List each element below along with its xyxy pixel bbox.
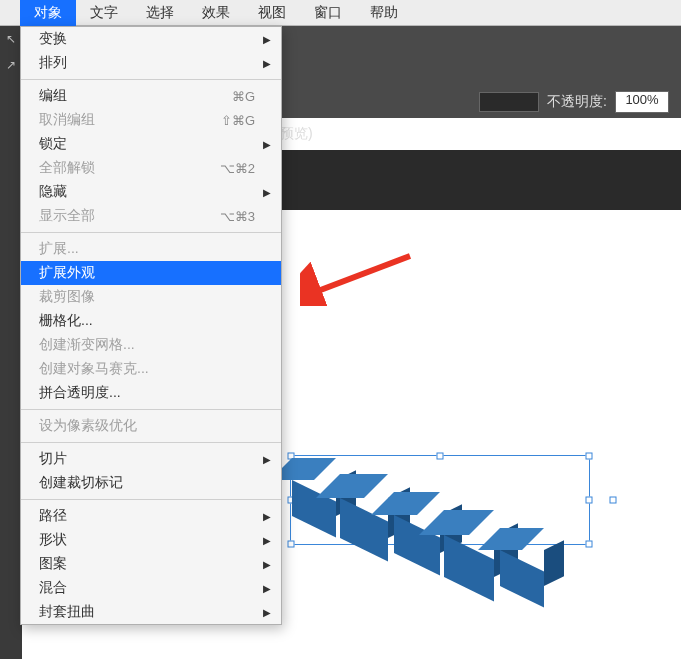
style-dropdown[interactable] — [479, 92, 539, 112]
annotation-arrow — [300, 246, 420, 306]
preview-tab-label: 预览) — [280, 118, 313, 150]
left-toolbox: ↖ ↗ — [0, 26, 22, 659]
menu-item-label: 取消编组 — [39, 111, 95, 129]
menu-item-label: 封套扭曲 — [39, 603, 95, 621]
menu-item[interactable]: 隐藏▶ — [21, 180, 281, 204]
tool-icon[interactable]: ↗ — [0, 52, 22, 78]
menu-separator — [21, 409, 281, 410]
menu-item[interactable]: 图案▶ — [21, 552, 281, 576]
menu-item-label: 路径 — [39, 507, 67, 525]
menu-item-label: 排列 — [39, 54, 67, 72]
chevron-right-icon: ▶ — [263, 58, 271, 69]
menu-item[interactable]: 扩展外观 — [21, 261, 281, 285]
menu-item: 取消编组⇧⌘G — [21, 108, 281, 132]
menu-item[interactable]: 编组⌘G — [21, 84, 281, 108]
menu-item[interactable]: 排列▶ — [21, 51, 281, 75]
menu-separator — [21, 79, 281, 80]
chevron-right-icon: ▶ — [263, 139, 271, 150]
menu-item[interactable]: 锁定▶ — [21, 132, 281, 156]
menu-item[interactable]: 切片▶ — [21, 447, 281, 471]
menu-item: 扩展... — [21, 237, 281, 261]
opacity-field[interactable]: 100% — [615, 91, 669, 113]
menu-shortcut: ⌘G — [232, 89, 255, 104]
chevron-right-icon: ▶ — [263, 34, 271, 45]
menu-item: 显示全部⌥⌘3 — [21, 204, 281, 228]
chevron-right-icon: ▶ — [263, 454, 271, 465]
menu-item-label: 栅格化... — [39, 312, 93, 330]
menu-item-label: 设为像素级优化 — [39, 417, 137, 435]
menu-item[interactable]: 拼合透明度... — [21, 381, 281, 405]
menubar-item-1[interactable]: 文字 — [76, 0, 132, 26]
menu-shortcut: ⌥⌘3 — [220, 209, 255, 224]
menu-separator — [21, 499, 281, 500]
menu-item-label: 编组 — [39, 87, 67, 105]
menu-separator — [21, 442, 281, 443]
menu-shortcut: ⇧⌘G — [221, 113, 255, 128]
menubar-item-4[interactable]: 视图 — [244, 0, 300, 26]
menu-item-label: 锁定 — [39, 135, 67, 153]
chevron-right-icon: ▶ — [263, 535, 271, 546]
menu-shortcut: ⌥⌘2 — [220, 161, 255, 176]
menubar: 对象文字选择效果视图窗口帮助 — [0, 0, 681, 26]
tool-icon[interactable]: ↖ — [0, 26, 22, 52]
menu-item-label: 扩展... — [39, 240, 79, 258]
menubar-item-3[interactable]: 效果 — [188, 0, 244, 26]
menu-item: 全部解锁⌥⌘2 — [21, 156, 281, 180]
menu-item-label: 裁剪图像 — [39, 288, 95, 306]
chevron-right-icon: ▶ — [263, 511, 271, 522]
chevron-right-icon: ▶ — [263, 187, 271, 198]
menu-item-label: 变换 — [39, 30, 67, 48]
menu-item-label: 显示全部 — [39, 207, 95, 225]
chevron-right-icon: ▶ — [263, 607, 271, 618]
menu-item[interactable]: 形状▶ — [21, 528, 281, 552]
menu-item[interactable]: 封套扭曲▶ — [21, 600, 281, 624]
menubar-item-5[interactable]: 窗口 — [300, 0, 356, 26]
chevron-right-icon: ▶ — [263, 559, 271, 570]
menu-item[interactable]: 混合▶ — [21, 576, 281, 600]
menubar-item-0[interactable]: 对象 — [20, 0, 76, 26]
opacity-label: 不透明度: — [547, 93, 607, 111]
menu-item[interactable]: 路径▶ — [21, 504, 281, 528]
object-menu-dropdown: 变换▶排列▶编组⌘G取消编组⇧⌘G锁定▶全部解锁⌥⌘2隐藏▶显示全部⌥⌘3扩展.… — [20, 26, 282, 625]
menu-item-label: 创建渐变网格... — [39, 336, 135, 354]
menu-item[interactable]: 变换▶ — [21, 27, 281, 51]
menu-item-label: 拼合透明度... — [39, 384, 121, 402]
menu-item: 裁剪图像 — [21, 285, 281, 309]
menu-item-label: 图案 — [39, 555, 67, 573]
menu-item[interactable]: 创建裁切标记 — [21, 471, 281, 495]
menu-item-label: 混合 — [39, 579, 67, 597]
menu-item-label: 创建对象马赛克... — [39, 360, 149, 378]
menu-item-label: 创建裁切标记 — [39, 474, 123, 492]
menu-item-label: 全部解锁 — [39, 159, 95, 177]
menu-item-label: 形状 — [39, 531, 67, 549]
menubar-item-2[interactable]: 选择 — [132, 0, 188, 26]
menu-item-label: 隐藏 — [39, 183, 67, 201]
menu-item: 创建对象马赛克... — [21, 357, 281, 381]
chevron-right-icon: ▶ — [263, 583, 271, 594]
menu-item: 设为像素级优化 — [21, 414, 281, 438]
menu-item: 创建渐变网格... — [21, 333, 281, 357]
svg-line-0 — [310, 256, 410, 294]
menu-item-label: 扩展外观 — [39, 264, 95, 282]
menu-item[interactable]: 栅格化... — [21, 309, 281, 333]
menu-separator — [21, 232, 281, 233]
menu-item-label: 切片 — [39, 450, 67, 468]
menubar-item-6[interactable]: 帮助 — [356, 0, 412, 26]
